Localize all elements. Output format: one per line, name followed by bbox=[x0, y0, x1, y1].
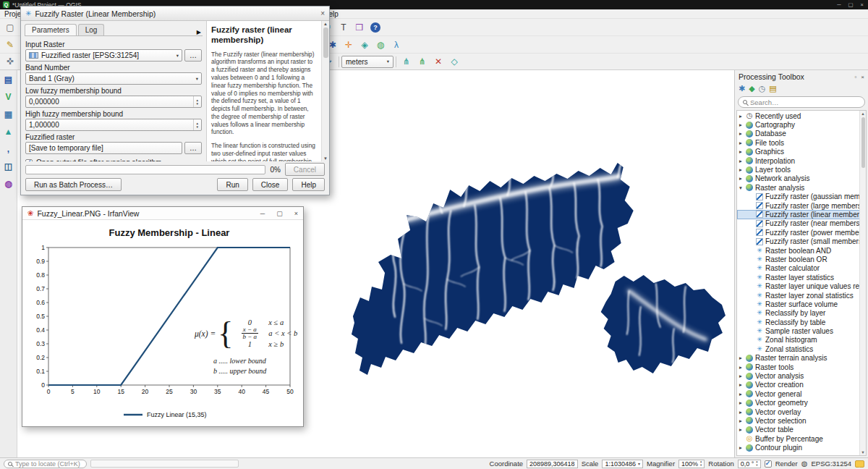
text-annotation-icon[interactable]: T bbox=[336, 20, 351, 35]
maximize-button[interactable]: ▢ bbox=[848, 1, 854, 8]
locate-input[interactable]: Type to locate (Ctrl+K) bbox=[4, 460, 87, 468]
tree-item-reclassify-by-layer[interactable]: ✳Reclassify by layer bbox=[737, 309, 866, 318]
panel-close-icon[interactable]: × bbox=[861, 74, 864, 80]
tree-item-raster-analysis[interactable]: ▾Raster analysis bbox=[737, 183, 866, 192]
tree-item-fuzzify-raster-near-membership[interactable]: Fuzzify raster (near membership) bbox=[737, 219, 866, 228]
expression-builder-icon[interactable]: λ bbox=[389, 38, 404, 52]
tree-item-buffer-by-percentage[interactable]: ◎Buffer by Percentage bbox=[737, 434, 866, 443]
tree-item-sample-raster-values[interactable]: ✳Sample raster values bbox=[737, 326, 866, 335]
expand-icon[interactable]: ▸ bbox=[739, 391, 746, 397]
toolbox-wrench-icon[interactable]: ✱ bbox=[739, 84, 745, 93]
add-delimited-text-layer-icon[interactable]: , bbox=[1, 142, 16, 156]
tree-item-vector-table[interactable]: ▸Vector table bbox=[737, 426, 866, 434]
tree-item-graphics[interactable]: ▸Graphics bbox=[737, 148, 866, 156]
tree-item-vector-general[interactable]: ▸Vector general bbox=[737, 389, 866, 398]
tree-item-vector-analysis[interactable]: ▸Vector analysis bbox=[737, 371, 866, 380]
add-mesh-layer-icon[interactable]: ▲ bbox=[1, 124, 16, 139]
tracing-tool-icon[interactable]: ⋔ bbox=[415, 54, 430, 69]
processing-search-input[interactable]: Search… bbox=[738, 96, 865, 108]
spin-arrows-icon[interactable]: ▴▾ bbox=[193, 119, 198, 130]
expand-icon[interactable]: ▸ bbox=[739, 166, 746, 173]
tree-item-raster-layer-zonal-statistics[interactable]: ✳Raster layer zonal statistics bbox=[737, 291, 866, 300]
expand-icon[interactable]: ▸ bbox=[739, 373, 746, 379]
help-contents-icon[interactable]: ? bbox=[370, 22, 380, 33]
current-edits-icon[interactable]: ✎ bbox=[3, 38, 17, 52]
cancel-button[interactable]: Cancel bbox=[285, 163, 325, 176]
style-manager-icon[interactable]: ◈ bbox=[357, 38, 372, 52]
tree-item-vector-overlay[interactable]: ▸Vector overlay bbox=[737, 407, 866, 416]
input-raster-browse-button[interactable]: … bbox=[184, 49, 202, 62]
input-raster-combo[interactable]: Fuzzified raster [EPSG:31254] ▾ bbox=[25, 49, 182, 62]
high-bound-spinbox[interactable]: 1,000000 ▴▾ bbox=[25, 119, 202, 131]
scrollbar-thumb[interactable] bbox=[861, 117, 865, 168]
render-checkbox[interactable] bbox=[765, 460, 772, 468]
help-button[interactable]: Help bbox=[292, 178, 325, 191]
close-icon[interactable]: × bbox=[294, 210, 298, 217]
dialog-title-bar[interactable]: ✳ Fuzzify Raster (Linear Membership) × bbox=[21, 7, 329, 21]
expand-icon[interactable]: ▸ bbox=[739, 113, 746, 119]
python-console-icon[interactable]: ◍ bbox=[373, 38, 388, 52]
expand-icon[interactable]: ▸ bbox=[739, 444, 746, 451]
tree-item-reclassify-by-table[interactable]: ✳Reclassify by table bbox=[737, 318, 866, 326]
add-vector-layer-icon[interactable]: V bbox=[1, 90, 16, 104]
crs-value[interactable]: EPSG:31254 bbox=[812, 460, 851, 468]
tree-item-raster-layer-unique-values-report[interactable]: ✳Raster layer unique values report bbox=[737, 282, 866, 290]
low-bound-spinbox[interactable]: 0,000000 ▴▾ bbox=[25, 96, 202, 108]
tree-item-zonal-histogram[interactable]: ✳Zonal histogram bbox=[737, 336, 866, 345]
results-viewer-icon[interactable]: ▤ bbox=[769, 84, 776, 93]
expand-icon[interactable]: ▸ bbox=[739, 158, 746, 164]
scroll-up-icon[interactable]: ▲ bbox=[323, 22, 328, 26]
close-dialog-button[interactable]: Close bbox=[252, 178, 289, 191]
tree-item-fuzzify-raster-small-membership[interactable]: Fuzzify raster (small membership) bbox=[737, 237, 866, 245]
tree-item-vector-creation[interactable]: ▸Vector creation bbox=[737, 381, 866, 389]
tree-item-raster-layer-statistics[interactable]: ✳Raster layer statistics bbox=[737, 273, 866, 282]
tab-log[interactable]: Log bbox=[78, 24, 105, 35]
clear-measure-icon[interactable]: ✕ bbox=[431, 54, 446, 69]
expand-icon[interactable]: ▸ bbox=[739, 148, 746, 155]
add-raster-layer-icon[interactable]: ▦ bbox=[1, 107, 16, 122]
models-icon[interactable]: ◆ bbox=[749, 84, 754, 93]
georeferencer-icon[interactable]: ✛ bbox=[341, 38, 356, 52]
tree-item-raster-tools[interactable]: ▸Raster tools bbox=[737, 363, 866, 371]
tree-item-raster-boolean-or[interactable]: ✳Raster boolean OR bbox=[737, 255, 866, 263]
collapse-help-icon[interactable]: ▶ bbox=[197, 29, 203, 35]
tree-item-contour-plugin[interactable]: ▸Contour plugin bbox=[737, 443, 866, 452]
scale-dropdown-icon[interactable]: ▾ bbox=[638, 461, 640, 466]
toggle-advanced-digitizing-icon[interactable]: ✜ bbox=[3, 54, 17, 69]
magnifier-value[interactable]: 100% bbox=[678, 460, 705, 468]
expand-icon[interactable]: ▸ bbox=[739, 400, 746, 406]
tree-item-fuzzify-raster-gaussian-membership[interactable]: Fuzzify raster (gaussian membership) bbox=[737, 193, 866, 201]
tab-parameters[interactable]: Parameters bbox=[25, 24, 77, 35]
expand-icon[interactable]: ▸ bbox=[739, 355, 746, 361]
maximize-icon[interactable]: ▢ bbox=[276, 210, 283, 217]
expand-icon[interactable]: ▸ bbox=[739, 418, 746, 424]
cad-point-capture-icon[interactable]: ◇ bbox=[447, 54, 461, 69]
close-button[interactable]: × bbox=[861, 1, 864, 8]
scroll-up-icon[interactable]: ▲ bbox=[861, 111, 864, 116]
coordinate-value[interactable]: 208989,306418 bbox=[527, 460, 578, 468]
spin-arrows-icon[interactable]: ▴▾ bbox=[193, 96, 198, 107]
tree-item-network-analysis[interactable]: ▸Network analysis bbox=[737, 174, 866, 183]
tree-scrollbar[interactable]: ▲ ▼ bbox=[859, 111, 866, 455]
tree-item-layer-tools[interactable]: ▸Layer tools bbox=[737, 165, 866, 174]
minimize-icon[interactable]: ─ bbox=[260, 210, 265, 217]
output-file-input[interactable]: [Save to temporary file] bbox=[25, 142, 182, 154]
tree-item-interpolation[interactable]: ▸Interpolation bbox=[737, 156, 866, 165]
expand-icon[interactable]: ▸ bbox=[739, 364, 746, 371]
run-button[interactable]: Run bbox=[217, 178, 247, 191]
expand-icon[interactable]: ▸ bbox=[739, 381, 746, 388]
tree-item-zonal-statistics[interactable]: ✳Zonal statistics bbox=[737, 345, 866, 353]
expand-icon[interactable]: ▸ bbox=[739, 122, 746, 128]
tree-item-fuzzify-raster-large-membership[interactable]: Fuzzify raster (large membership) bbox=[737, 201, 866, 210]
tree-item-vector-selection[interactable]: ▸Vector selection bbox=[737, 416, 866, 425]
scroll-down-icon[interactable]: ▼ bbox=[861, 450, 864, 455]
history-icon[interactable]: ◷ bbox=[759, 84, 766, 93]
scale-combo[interactable]: 1:1030486▾ bbox=[602, 460, 643, 468]
tree-item-recently-used[interactable]: ▸◷Recently used bbox=[737, 111, 866, 120]
expand-icon[interactable]: ▸ bbox=[739, 130, 746, 137]
collapse-icon[interactable]: ▾ bbox=[739, 185, 746, 191]
tree-item-raster-surface-volume[interactable]: ✳Raster surface volume bbox=[737, 300, 866, 308]
tree-item-file-tools[interactable]: ▸File tools bbox=[737, 138, 866, 147]
panel-float-icon[interactable]: ▫ bbox=[854, 74, 856, 80]
help-scrollbar[interactable]: ▲ ▼ bbox=[321, 21, 329, 161]
